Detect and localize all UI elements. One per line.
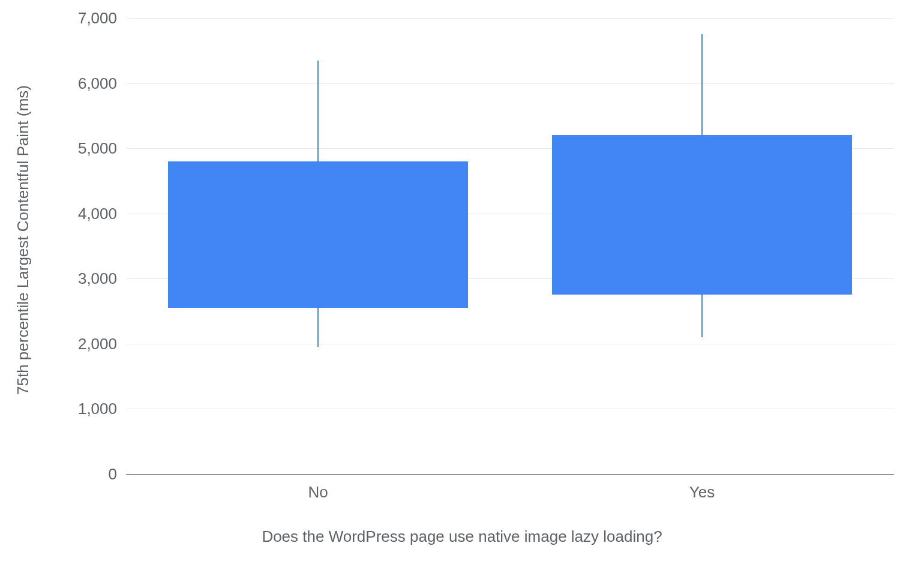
gridline xyxy=(126,409,894,409)
y-tick-label: 4,000 xyxy=(69,204,117,223)
y-axis-title: 75th percentile Largest Contentful Paint… xyxy=(14,85,32,395)
boxplot-chart: 75th percentile Largest Contentful Paint… xyxy=(0,0,924,564)
gridline xyxy=(126,83,894,84)
gridline xyxy=(126,18,894,19)
y-tick-label: 2,000 xyxy=(69,334,117,353)
y-tick-label: 7,000 xyxy=(69,9,117,28)
box xyxy=(552,135,851,295)
box xyxy=(168,161,467,308)
x-axis-title: Does the WordPress page use native image… xyxy=(0,527,924,546)
y-tick-label: 6,000 xyxy=(69,74,117,92)
x-axis-line xyxy=(126,474,894,475)
y-tick-label: 1,000 xyxy=(69,400,117,418)
x-tick-label: No xyxy=(308,483,328,502)
y-tick-label: 0 xyxy=(69,465,117,484)
y-tick-label: 5,000 xyxy=(69,139,117,158)
x-tick-label: Yes xyxy=(689,483,715,502)
gridline xyxy=(126,344,894,344)
y-tick-label: 3,000 xyxy=(69,269,117,288)
plot-area xyxy=(126,18,894,474)
